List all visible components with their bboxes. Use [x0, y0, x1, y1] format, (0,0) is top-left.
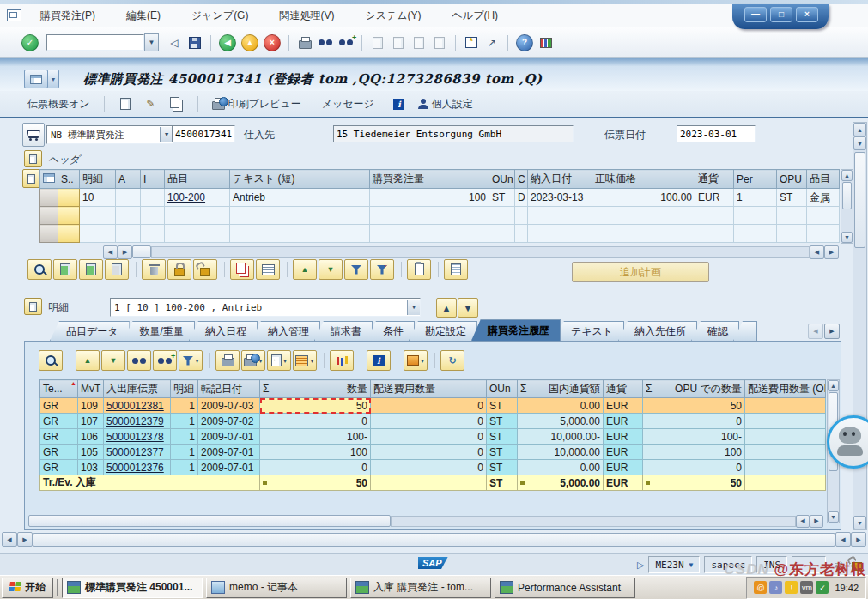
- item-column-header[interactable]: OUn: [489, 170, 515, 189]
- warning-tray-icon[interactable]: !: [785, 581, 798, 594]
- services-icon[interactable]: [24, 70, 48, 88]
- item-column-header[interactable]: 品目: [165, 170, 230, 189]
- refresh-icon[interactable]: ↻: [440, 350, 464, 371]
- tab-納入先住所[interactable]: 納入先住所: [618, 321, 697, 341]
- history-cell[interactable]: 0: [260, 414, 371, 429]
- history-hscrollbar[interactable]: ◀ ▶: [28, 515, 823, 527]
- item-cell[interactable]: [515, 207, 528, 225]
- doc-date-input[interactable]: [677, 125, 756, 142]
- history-column-header[interactable]: Te...▲: [40, 380, 78, 398]
- scroll-right-icon[interactable]: ▶: [824, 245, 839, 259]
- taskbar-button[interactable]: 入庫 購買発注 - tom...: [350, 578, 491, 598]
- find-icon[interactable]: [316, 33, 335, 52]
- history-cell[interactable]: ST: [487, 429, 518, 445]
- history-cell[interactable]: ST: [487, 414, 518, 429]
- messenger-tray-icon[interactable]: @: [754, 581, 767, 594]
- item-select[interactable]: 1 [ 10 ] 100-200 , Antrieb▼: [110, 298, 421, 317]
- history-cell[interactable]: 5000012378: [104, 429, 171, 445]
- scroll-right-icon[interactable]: ▶: [118, 245, 132, 259]
- item-cell[interactable]: [489, 225, 515, 243]
- menu-item[interactable]: ジャンプ(G): [183, 8, 257, 23]
- restore-icon[interactable]: □: [770, 7, 792, 22]
- item-cell[interactable]: [592, 207, 695, 225]
- main-hscrollbar[interactable]: ◀ ▶ ◀ ▶: [2, 532, 866, 547]
- sort-ascending-icon[interactable]: ▲: [293, 259, 317, 280]
- scroll-left-icon[interactable]: ◀: [835, 532, 851, 547]
- item-cell[interactable]: [230, 207, 370, 225]
- tab-納入管理[interactable]: 納入管理: [252, 321, 320, 341]
- tab-品目データ[interactable]: 品目データ: [50, 321, 130, 341]
- item-cell[interactable]: [165, 225, 230, 243]
- services-dropdown-icon[interactable]: ▼: [48, 70, 59, 88]
- create-po-icon[interactable]: [116, 94, 135, 113]
- command-field[interactable]: ▼: [46, 33, 159, 51]
- history-cell[interactable]: 0: [371, 414, 487, 429]
- history-cell[interactable]: 1: [171, 445, 198, 460]
- order-type-select[interactable]: NB 標準購買発注▼: [46, 125, 173, 144]
- scroll-down-icon[interactable]: ▼: [853, 136, 866, 150]
- sort-descending-icon[interactable]: ▼: [101, 350, 125, 371]
- item-cell[interactable]: D: [515, 189, 528, 207]
- item-status-button[interactable]: [58, 189, 80, 207]
- history-cell[interactable]: [745, 414, 826, 429]
- history-column-header[interactable]: 配送費用数量 (OPU: [745, 380, 826, 398]
- item-cell[interactable]: [80, 207, 116, 225]
- history-cell[interactable]: 5000012379: [104, 414, 171, 429]
- menu-item[interactable]: ヘルプ(H): [444, 8, 507, 23]
- enter-icon[interactable]: ✓: [21, 34, 39, 51]
- history-cell[interactable]: 107: [78, 414, 104, 429]
- other-purchase-order-icon[interactable]: [167, 94, 186, 113]
- transaction-code-cell[interactable]: ME23N▼: [648, 556, 700, 573]
- history-column-header[interactable]: Σ数量: [260, 380, 371, 398]
- command-input[interactable]: [46, 34, 144, 51]
- tab-テキスト[interactable]: テキスト: [555, 321, 624, 341]
- status-expand-icon[interactable]: ▷: [637, 560, 644, 571]
- history-cell[interactable]: 100-: [643, 429, 745, 445]
- menu-item[interactable]: システム(Y): [356, 8, 429, 23]
- back-icon[interactable]: ◀: [219, 34, 236, 51]
- history-cell[interactable]: 5000012376: [104, 460, 171, 475]
- print-icon[interactable]: [215, 350, 240, 371]
- history-cell[interactable]: 50: [260, 398, 371, 414]
- history-cell[interactable]: 50: [643, 398, 745, 414]
- history-cell[interactable]: [745, 398, 826, 414]
- scroll-down-icon[interactable]: ▼: [853, 516, 866, 529]
- item-grid-vscrollbar[interactable]: ▲ ▼: [841, 169, 853, 244]
- history-cell[interactable]: 105: [78, 445, 104, 460]
- history-cell[interactable]: 2009-07-02: [198, 414, 260, 429]
- item-cell[interactable]: [515, 225, 528, 243]
- history-column-header[interactable]: Σ国内通貨額: [518, 380, 604, 398]
- item-column-header[interactable]: 通貨: [695, 170, 734, 189]
- item-column-header[interactable]: テキスト (短): [230, 170, 370, 189]
- menu-item[interactable]: 関連処理(V): [270, 8, 343, 23]
- history-column-header[interactable]: 配送費用数量: [371, 380, 487, 398]
- scroll-left-icon[interactable]: ◀: [796, 515, 810, 528]
- item-move-icon[interactable]: [105, 259, 129, 280]
- cancel-icon[interactable]: ×: [264, 34, 281, 51]
- material-link[interactable]: 100-200: [167, 191, 205, 203]
- delete-item-icon[interactable]: [142, 259, 166, 280]
- history-cell[interactable]: 106: [78, 429, 104, 445]
- history-cell[interactable]: 100: [260, 445, 371, 460]
- customize-layout-icon[interactable]: [537, 33, 555, 52]
- po-number-input[interactable]: [172, 125, 235, 142]
- item-cell[interactable]: [116, 207, 141, 225]
- scroll-right-icon[interactable]: ▶: [851, 532, 866, 547]
- menu-item[interactable]: 購買発注(P): [32, 8, 104, 23]
- sort-ascending-icon[interactable]: ▲: [76, 350, 100, 371]
- history-cell[interactable]: 1: [171, 429, 198, 445]
- history-cell[interactable]: 103: [78, 460, 104, 475]
- history-cell[interactable]: 0: [643, 460, 745, 475]
- history-cell[interactable]: 0: [643, 414, 745, 429]
- item-cell[interactable]: [80, 225, 116, 243]
- row-selector-button[interactable]: [40, 207, 58, 225]
- history-cell[interactable]: ST: [487, 460, 518, 475]
- scroll-left-icon[interactable]: ◀: [103, 245, 118, 259]
- item-cell[interactable]: [777, 225, 807, 243]
- scroll-left-icon[interactable]: ◀: [810, 245, 824, 259]
- history-cell[interactable]: EUR: [604, 398, 643, 414]
- material-document-link[interactable]: 5000012378: [106, 431, 164, 443]
- item-cell[interactable]: [489, 207, 515, 225]
- item-column-header[interactable]: [40, 170, 58, 189]
- display-change-icon[interactable]: ✎: [142, 94, 161, 113]
